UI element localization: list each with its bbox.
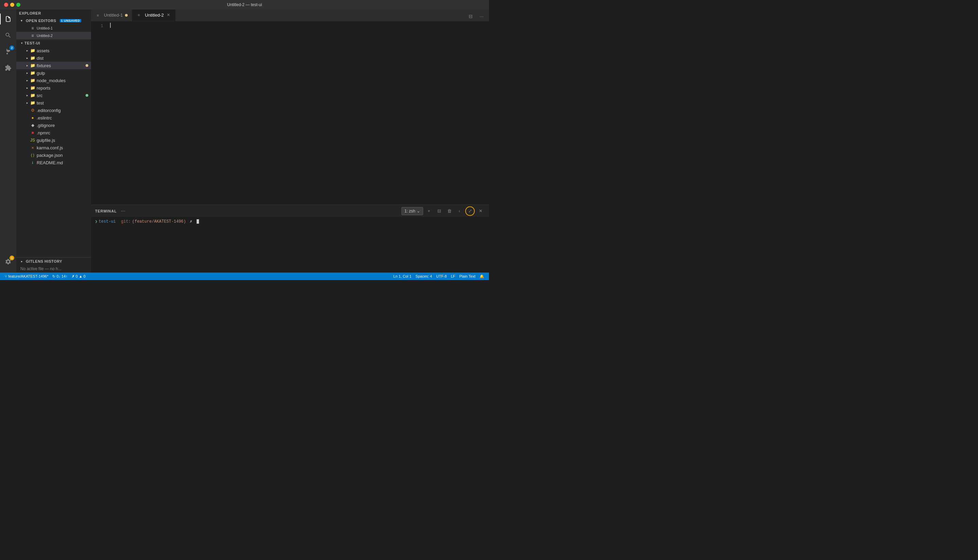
activity-bar: 2 1 <box>0 10 16 273</box>
folder-label: node_modules <box>37 78 88 83</box>
line-number-1: 1 <box>91 23 103 29</box>
file-tab-icon: ≡ <box>136 12 142 18</box>
branch-name: feature/AKATEST-1496* <box>8 274 48 278</box>
file-gulpfile[interactable]: JS gulpfile.js <box>16 137 91 144</box>
folder-icon: 📁 <box>30 85 35 91</box>
close-terminal-button[interactable]: ✕ <box>476 207 485 215</box>
terminal-content[interactable]: ❯ test-ui git: (feature/AKATEST-1496) ✗ <box>91 217 489 273</box>
split-editor-button[interactable]: ⊟ <box>466 12 476 21</box>
editor-content[interactable]: 1 <box>91 22 489 205</box>
open-editors-header[interactable]: OPEN EDITORS 1 UNSAVED <box>16 17 91 25</box>
cursor-line <box>110 23 489 28</box>
folder-icon: 📁 <box>30 63 35 68</box>
project-root[interactable]: TEST-UI <box>16 39 91 47</box>
minimize-button[interactable] <box>10 3 14 7</box>
folder-dist[interactable]: 📁 dist <box>16 54 91 62</box>
folder-icon: 📁 <box>30 48 35 53</box>
activity-explorer[interactable] <box>0 11 16 27</box>
terminal-panel: TERMINAL ··· 1: zsh ⌄ + ⊟ 🗑 ‹ ⤢ ✕ <box>91 205 489 273</box>
language-text: Plain Text <box>459 274 476 278</box>
folder-label: assets <box>37 48 88 53</box>
tab-close-button[interactable]: ✕ <box>166 12 171 18</box>
project-name: TEST-UI <box>25 41 88 45</box>
error-icon: ✗ <box>72 274 75 278</box>
close-button[interactable] <box>4 3 8 7</box>
status-language[interactable]: Plain Text <box>457 273 478 280</box>
file-editorconfig[interactable]: ⚙ .editorconfig <box>16 107 91 114</box>
activity-extensions[interactable] <box>0 60 16 76</box>
folder-icon: 📁 <box>30 78 35 83</box>
folder-node-modules[interactable]: 📁 node_modules <box>16 77 91 84</box>
chevron-down-icon: ⌄ <box>417 209 420 213</box>
status-line-ending[interactable]: LF <box>449 273 457 280</box>
file-gitignore[interactable]: ◆ .gitignore <box>16 122 91 129</box>
file-eslintrc[interactable]: ● .eslintrc <box>16 114 91 122</box>
npm-icon: ■ <box>30 130 35 135</box>
status-encoding[interactable]: UTF-8 <box>434 273 449 280</box>
open-editor-untitled2[interactable]: ≡ Untitled-2 <box>16 32 91 39</box>
file-icon: ≡ <box>30 33 35 38</box>
tab-dirty-dot <box>125 14 128 17</box>
maximize-button[interactable] <box>16 3 20 7</box>
warning-count: 0 <box>83 274 85 278</box>
explorer-section: EXPLORER <box>16 10 91 17</box>
sync-icon: ↻ <box>52 274 55 278</box>
explorer-header: EXPLORER <box>16 10 91 17</box>
folder-label: test <box>37 100 88 105</box>
line-numbers: 1 <box>91 22 107 205</box>
folder-icon: 📁 <box>30 70 35 76</box>
file-label: .editorconfig <box>37 108 88 113</box>
gitlens-header[interactable]: GITLENS HISTORY <box>16 258 91 265</box>
status-errors[interactable]: ✗ 0 ▲ 0 <box>70 273 88 280</box>
activity-search[interactable] <box>0 27 16 43</box>
folder-src[interactable]: 📁 src <box>16 92 91 99</box>
modified-dot <box>85 64 88 67</box>
file-label: README.md <box>37 160 88 165</box>
code-area[interactable] <box>107 22 489 205</box>
folder-gulp[interactable]: 📁 gulp <box>16 69 91 77</box>
tab-untitled2[interactable]: ≡ Untitled-2 ✕ <box>132 10 176 21</box>
file-readme[interactable]: ℹ README.md <box>16 159 91 166</box>
prompt-sep <box>117 219 120 224</box>
file-npmrc[interactable]: ■ .npmrc <box>16 129 91 137</box>
status-branch[interactable]: ⑂ feature/AKATEST-1496* <box>3 273 50 280</box>
file-karma[interactable]: ✕ karma.conf.js <box>16 144 91 152</box>
folder-reports[interactable]: 📁 reports <box>16 84 91 92</box>
folder-arrow <box>25 85 30 91</box>
trash-terminal-button[interactable]: 🗑 <box>445 207 454 215</box>
terminal-tab-dropdown[interactable]: 1: zsh ⌄ <box>401 207 423 215</box>
status-spaces[interactable]: Spaces: 4 <box>414 273 434 280</box>
open-editor-untitled1[interactable]: ≡ Untitled-1 <box>16 25 91 32</box>
file-package-json[interactable]: { } package.json <box>16 152 91 159</box>
folder-label: gulp <box>37 71 88 76</box>
eslint-icon: ● <box>30 115 35 120</box>
activity-settings[interactable]: 1 <box>0 253 16 270</box>
open-editor-label: Untitled-2 <box>37 33 88 38</box>
open-editors-arrow <box>19 18 25 23</box>
add-terminal-button[interactable]: + <box>424 207 433 215</box>
folder-arrow <box>25 100 30 105</box>
activity-source-control[interactable]: 2 <box>0 43 16 60</box>
navigate-up-button[interactable]: ‹ <box>455 207 464 215</box>
status-bell[interactable]: 🔔 <box>477 273 486 280</box>
folder-test[interactable]: 📁 test <box>16 99 91 107</box>
file-label: .eslintrc <box>37 115 88 120</box>
more-actions-button[interactable]: ··· <box>477 12 486 21</box>
folder-fixtures[interactable]: 📁 fixtures <box>16 62 91 69</box>
maximize-terminal-button[interactable]: ⤢ <box>465 207 475 216</box>
warning-icon: ▲ <box>79 274 82 278</box>
folder-assets[interactable]: 📁 assets <box>16 47 91 54</box>
error-count: 0 <box>76 274 78 278</box>
tab-untitled1[interactable]: ≡ Untitled-1 <box>91 10 132 21</box>
open-editor-label: Untitled-1 <box>37 26 88 30</box>
status-sync[interactable]: ↻ 0↓ 14↑ <box>50 273 69 280</box>
encoding-text: UTF-8 <box>436 274 447 278</box>
prompt-arrow: ❯ <box>95 219 97 224</box>
editor-area: ≡ Untitled-1 ≡ Untitled-2 ✕ ⊟ ··· 1 <box>91 10 489 273</box>
terminal-header: TERMINAL ··· 1: zsh ⌄ + ⊟ 🗑 ‹ ⤢ ✕ <box>91 205 489 217</box>
split-terminal-button[interactable]: ⊟ <box>435 207 444 215</box>
terminal-more-button[interactable]: ··· <box>121 208 125 214</box>
sync-up: 14↑ <box>62 274 68 278</box>
status-position[interactable]: Ln 1, Col 1 <box>391 273 413 280</box>
source-control-badge: 2 <box>10 45 14 50</box>
